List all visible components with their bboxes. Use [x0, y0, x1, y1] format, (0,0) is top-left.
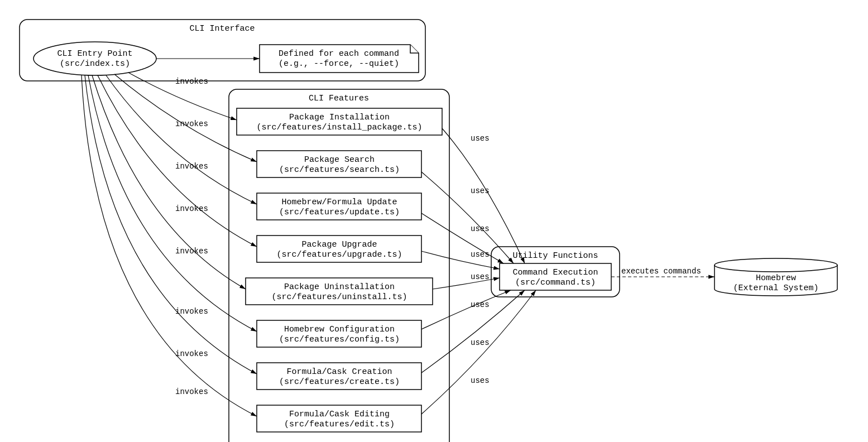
- edge-invokes-edit: [81, 75, 257, 416]
- edge-invokes-create: [85, 75, 257, 374]
- cli-entry-line2: (src/index.ts): [60, 59, 130, 69]
- svg-text:(src/command.ts): (src/command.ts): [515, 278, 596, 287]
- svg-text:Package Upgrade: Package Upgrade: [301, 240, 377, 249]
- svg-text:invokes: invokes: [175, 162, 208, 171]
- feature-create: Formula/Cask Creation (src/features/crea…: [257, 363, 421, 390]
- svg-text:Formula/Cask Creation: Formula/Cask Creation: [286, 367, 392, 377]
- edge-uses-search: [421, 172, 514, 263]
- svg-text:Homebrew Configuration: Homebrew Configuration: [284, 325, 395, 334]
- edge-invokes-upgrade: [98, 75, 257, 247]
- svg-text:(src/features/update.ts): (src/features/update.ts): [279, 208, 400, 217]
- note-line2: (e.g., --force, --quiet): [279, 59, 399, 69]
- svg-text:invokes: invokes: [175, 119, 208, 128]
- svg-text:Package Uninstallation: Package Uninstallation: [284, 282, 395, 292]
- svg-text:Package Search: Package Search: [304, 155, 375, 165]
- cli-features-title: CLI Features: [309, 94, 369, 103]
- svg-text:invokes: invokes: [175, 387, 208, 396]
- svg-text:uses: uses: [471, 224, 490, 233]
- svg-text:invokes: invokes: [175, 307, 208, 316]
- cli-entry-point-node: [33, 42, 156, 75]
- note-line1: Defined for each command: [279, 49, 399, 59]
- command-exec-node: Command Execution (src/command.ts): [500, 263, 611, 290]
- svg-text:(src/features/create.ts): (src/features/create.ts): [279, 377, 400, 387]
- edge-invokes-search: [114, 74, 257, 162]
- feature-upgrade: Package Upgrade (src/features/upgrade.ts…: [257, 236, 421, 262]
- feature-update: Homebrew/Formula Update (src/features/up…: [257, 193, 421, 220]
- svg-text:(src/features/config.ts): (src/features/config.ts): [279, 335, 400, 344]
- cli-entry-line1: CLI Entry Point: [57, 49, 132, 59]
- feature-config: Homebrew Configuration (src/features/con…: [257, 320, 421, 347]
- feature-uninstall: Package Uninstallation (src/features/uni…: [246, 278, 433, 305]
- feature-edit: Formula/Cask Editing (src/features/edit.…: [257, 405, 421, 432]
- svg-text:(src/features/edit.ts): (src/features/edit.ts): [284, 420, 395, 429]
- cli-interface-title: CLI Interface: [189, 24, 255, 33]
- svg-text:invokes: invokes: [175, 247, 208, 256]
- svg-text:invokes: invokes: [175, 349, 208, 358]
- feature-install: Package Installation (src/features/insta…: [237, 108, 442, 135]
- feature-search: Package Search (src/features/search.ts): [257, 151, 421, 177]
- svg-text:executes commands: executes commands: [621, 267, 701, 276]
- svg-text:Package Installation: Package Installation: [289, 113, 390, 122]
- svg-text:(External System): (External System): [733, 284, 818, 293]
- svg-text:(src/features/search.ts): (src/features/search.ts): [279, 165, 400, 175]
- svg-text:Homebrew: Homebrew: [756, 273, 796, 283]
- svg-text:uses: uses: [471, 186, 490, 195]
- edge-uses-install: [442, 128, 525, 263]
- svg-text:(src/features/install_package.: (src/features/install_package.ts): [256, 123, 422, 132]
- svg-text:invokes: invokes: [175, 77, 208, 86]
- svg-text:(src/features/upgrade.ts): (src/features/upgrade.ts): [276, 250, 402, 260]
- svg-text:uses: uses: [471, 272, 490, 281]
- svg-text:uses: uses: [471, 134, 490, 143]
- svg-text:Homebrew/Formula Update: Homebrew/Formula Update: [281, 198, 397, 207]
- svg-text:uses: uses: [471, 338, 490, 347]
- edge-invokes-update: [106, 75, 257, 204]
- svg-text:uses: uses: [471, 376, 490, 385]
- svg-text:invokes: invokes: [175, 204, 208, 213]
- edge-uses-uninstall: [433, 278, 500, 289]
- note-node: Defined for each command (e.g., --force,…: [260, 45, 419, 73]
- edge-uses-config: [421, 290, 511, 329]
- homebrew-node: Homebrew (External System): [714, 258, 837, 296]
- svg-text:Formula/Cask Editing: Formula/Cask Editing: [289, 410, 390, 419]
- svg-text:uses: uses: [471, 250, 490, 259]
- svg-text:Command Execution: Command Execution: [512, 268, 598, 277]
- svg-text:(src/features/uninstall.ts): (src/features/uninstall.ts): [271, 292, 407, 302]
- svg-text:uses: uses: [471, 300, 490, 309]
- utility-title: Utility Functions: [512, 251, 598, 261]
